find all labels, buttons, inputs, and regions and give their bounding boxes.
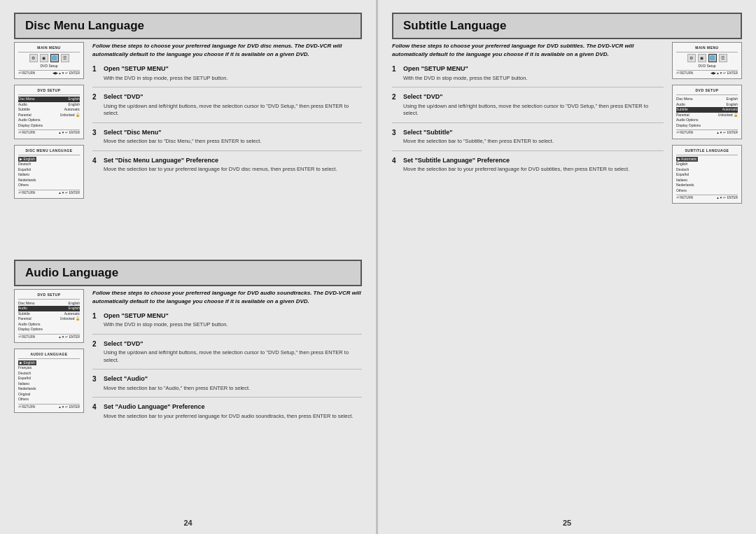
subtitle-step-1: 1 Open "SETUP MENU" With the DVD in stop… <box>392 64 664 87</box>
dvd-setup-label: DVD SETUP <box>18 88 80 95</box>
main-menu-mockup: MAIN MENU ⚙ ◉ 🌐 ☰ DVD Setup ⏎ RETURN◀▶▲▼… <box>14 42 84 79</box>
audio-mockups: DVD SETUP Disc MenuEnglish AudioEnglish … <box>14 289 84 501</box>
icon-other: ☰ <box>61 54 69 62</box>
disc-step-2: 2 Select "DVD" Using the up/down and lef… <box>92 92 362 123</box>
disc-lang-footer: ⏎ RETURN▲▼ ↵ ENTER <box>18 190 80 195</box>
disc-step-1: 1 Open "SETUP MENU" With the DVD in stop… <box>92 64 362 87</box>
subtitle-intro: Follow these steps to choose your prefer… <box>392 42 664 59</box>
main-menu-label: MAIN MENU <box>18 45 80 52</box>
disc-menu-title: Disc Menu Language <box>14 13 362 39</box>
page: Disc Menu Language MAIN MENU ⚙ ◉ 🌐 ☰ <box>0 0 756 534</box>
disc-lang-mockup: DISC MENU LANGUAGE ▶ English Deutsch Esp… <box>14 145 84 199</box>
subtitle-lang-mockup: SUBTITLE LANGUAGE ▶ Automatic English De… <box>672 145 742 204</box>
left-page-number: 24 <box>183 519 192 527</box>
subtitle-step-3: 3 Select "Subtitle" Move the selection b… <box>392 128 664 151</box>
icon-disc: ◉ <box>40 54 48 62</box>
subtitle-title: Subtitle Language <box>392 13 742 39</box>
disc-menu-intro: Follow these steps to choose your prefer… <box>92 42 362 59</box>
dvd-setup-footer: ⏎ RETURN▲▼ ↵ ENTER <box>18 129 80 135</box>
audio-dvd-setup-list: Disc MenuEnglish AudioEnglish SubtitleAu… <box>18 301 80 332</box>
audio-section: Audio Language DVD SETUP Disc MenuEnglis… <box>14 260 362 501</box>
disc-lang-list: ▶ English Deutsch Español Italiano Neder… <box>18 157 80 188</box>
audio-dvd-setup-mockup: DVD SETUP Disc MenuEnglish AudioEnglish … <box>14 289 84 343</box>
disc-step-3: 3 Select "Disc Menu" Move the selection … <box>92 128 362 151</box>
main-menu-footer: ⏎ RETURN◀▶▲▼ ↵ ENTER <box>18 70 80 76</box>
audio-intro: Follow these steps to choose your prefer… <box>92 289 362 306</box>
right-page: Subtitle Language Follow these steps to … <box>378 0 756 534</box>
audio-lang-list: ▶ English Français Deutsch Español Itali… <box>18 360 80 402</box>
audio-step-4: 4 Set "Audio Language" Preference Move t… <box>92 402 362 425</box>
audio-lang-mockup: AUDIO LANGUAGE ▶ English Français Deutsc… <box>14 349 84 413</box>
subtitle-mockups: MAIN MENU ⚙ ◉ 🌐 ☰ DVD Setup ⏎ RETURN◀▶▲▼… <box>672 42 742 500</box>
disc-step-4: 4 Set "Disc Menu Language" Preference Mo… <box>92 156 362 178</box>
audio-step-3: 3 Select "Audio" Move the selection bar … <box>92 374 362 398</box>
icon-globe: 🌐 <box>50 54 59 62</box>
disc-menu-mockups: MAIN MENU ⚙ ◉ 🌐 ☰ DVD Setup ⏎ RETURN◀▶▲▼… <box>14 42 84 254</box>
disc-lang-label: DISC MENU LANGUAGE <box>18 148 80 155</box>
disc-menu-section: Disc Menu Language MAIN MENU ⚙ ◉ 🌐 ☰ <box>14 13 362 254</box>
subtitle-content: Follow these steps to choose your prefer… <box>392 42 742 500</box>
subtitle-section: Subtitle Language Follow these steps to … <box>392 13 742 500</box>
disc-menu-content: MAIN MENU ⚙ ◉ 🌐 ☰ DVD Setup ⏎ RETURN◀▶▲▼… <box>14 42 362 254</box>
audio-instructions: Follow these steps to choose your prefer… <box>92 289 362 501</box>
dvd-setup-list: Disc MenuEnglish AudioEnglish SubtitleAu… <box>18 97 80 128</box>
subtitle-step-4: 4 Set "Subtitle Language" Preference Mov… <box>392 156 664 178</box>
audio-step-2: 2 Select "DVD" Using the up/down and lef… <box>92 339 362 370</box>
main-menu-icons: ⚙ ◉ 🌐 ☰ <box>18 54 80 62</box>
subtitle-dvd-setup-mockup: DVD SETUP Disc MenuEnglish AudioEnglish … <box>672 85 742 139</box>
audio-title: Audio Language <box>14 260 362 286</box>
dvd-setup-mockup: DVD SETUP Disc MenuEnglish AudioEnglish … <box>14 85 84 139</box>
audio-step-1: 1 Open "SETUP MENU" With the DVD in stop… <box>92 311 362 335</box>
subtitle-main-menu-mockup: MAIN MENU ⚙ ◉ 🌐 ☰ DVD Setup ⏎ RETURN◀▶▲▼… <box>672 42 742 79</box>
subtitle-step-2: 2 Select "DVD" Using the up/down and lef… <box>392 92 664 123</box>
disc-menu-instructions: Follow these steps to choose your prefer… <box>92 42 362 254</box>
right-page-number: 25 <box>563 519 571 527</box>
audio-content: DVD SETUP Disc MenuEnglish AudioEnglish … <box>14 289 362 501</box>
subtitle-instructions: Follow these steps to choose your prefer… <box>392 42 664 500</box>
icon-setup: ⚙ <box>29 54 38 62</box>
left-page: Disc Menu Language MAIN MENU ⚙ ◉ 🌐 ☰ <box>0 0 378 534</box>
